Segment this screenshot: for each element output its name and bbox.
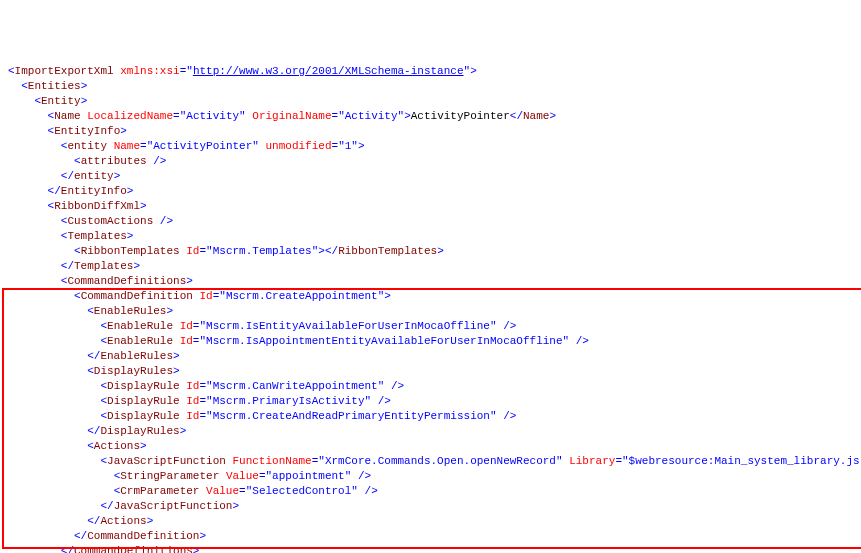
token: </ [48,185,61,197]
token: " [622,455,629,467]
code-line[interactable]: <DisplayRule Id="Mscrm.PrimaryIsActivity… [8,394,853,409]
code-line[interactable]: <Entities> [8,79,853,94]
token: " [556,455,569,467]
token: " [252,140,265,152]
code-line[interactable]: <Templates> [8,229,853,244]
code-line[interactable]: <CommandDefinition Id="Mscrm.CreateAppoi… [8,289,853,304]
token: Entity [41,95,81,107]
code-line[interactable]: <attributes /> [8,154,853,169]
token: Mscrm.IsEntityAvailableForUserInMocaOffl… [206,320,490,332]
code-line[interactable]: <entity Name="ActivityPointer" unmodifie… [8,139,853,154]
token: DisplayRule [107,380,180,392]
token: Activity [345,110,398,122]
token: Mscrm.CreateAppointment [226,290,378,302]
token: > [193,545,200,553]
code-line[interactable]: <EnableRule Id="Mscrm.IsEntityAvailableF… [8,319,853,334]
token: RibbonDiffXml [54,200,140,212]
code-line[interactable]: </entity> [8,169,853,184]
token: CommandDefinitions [67,275,186,287]
token: attributes [81,155,147,167]
token: " [206,395,213,407]
token: xmlns:xsi [120,65,179,77]
token: FunctionName [232,455,311,467]
token: </ [510,110,523,122]
token: " /> [490,410,516,422]
token: Id [186,245,199,257]
token: EnableRules [100,350,173,362]
token: CommandDefinition [81,290,193,302]
token: > [173,350,180,362]
token: Templates [74,260,133,272]
token: > [133,260,140,272]
token: </ [87,425,100,437]
code-line[interactable]: </Templates> [8,259,853,274]
code-line[interactable]: </DisplayRules> [8,424,853,439]
code-line[interactable]: </EnableRules> [8,349,853,364]
code-line[interactable]: </CommandDefinition> [8,529,853,544]
token: Mscrm.PrimaryIsActivity [213,395,365,407]
token: DisplayRule [107,410,180,422]
code-line[interactable]: </Actions> [8,514,853,529]
token: Id [199,290,212,302]
token: "></ [312,245,338,257]
token: > [437,245,444,257]
token: > [186,275,193,287]
token: http://www.w3.org/2001/XMLSchema-instanc… [193,65,464,77]
code-line[interactable]: <EnableRules> [8,304,853,319]
code-line[interactable]: <CommandDefinitions> [8,274,853,289]
token: " [338,110,345,122]
token: " /> [490,320,516,332]
token: " /> [563,335,589,347]
code-line[interactable]: <CrmParameter Value="SelectedControl" /> [8,484,853,499]
token: EnableRules [94,305,167,317]
code-line[interactable]: <RibbonDiffXml> [8,199,853,214]
token: > [232,500,239,512]
token: " [206,410,213,422]
code-line[interactable]: </EntityInfo> [8,184,853,199]
token: = [239,485,246,497]
token: CommandDefinitions [74,545,193,553]
token: < [8,65,15,77]
token: "> [464,65,477,77]
token: > [127,230,134,242]
token: < [87,365,94,377]
token: Value [226,470,259,482]
code-line[interactable]: <DisplayRule Id="Mscrm.CreateAndReadPrim… [8,409,853,424]
token: = [140,140,147,152]
token: " /> [351,485,377,497]
token: /> [147,155,167,167]
token: EntityInfo [54,125,120,137]
token: </ [87,350,100,362]
token: Id [186,380,199,392]
token [219,470,226,482]
code-line[interactable]: </CommandDefinitions> [8,544,853,553]
token: DisplayRules [94,365,173,377]
token: > [173,365,180,377]
code-line[interactable]: </JavaScriptFunction> [8,499,853,514]
token [107,140,114,152]
token: > [180,425,187,437]
token: " [318,455,325,467]
code-line[interactable]: <JavaScriptFunction FunctionName="XrmCor… [8,454,853,469]
code-line[interactable]: <Actions> [8,439,853,454]
token: CrmParameter [120,485,199,497]
code-line[interactable]: <EntityInfo> [8,124,853,139]
code-line[interactable]: <CustomActions /> [8,214,853,229]
token [173,320,180,332]
code-line[interactable]: <DisplayRules> [8,364,853,379]
code-line[interactable]: <EnableRule Id="Mscrm.IsAppointmentEntit… [8,334,853,349]
token: = [173,110,180,122]
code-line[interactable]: <StringParameter Value="appointment" /> [8,469,853,484]
code-line[interactable]: <RibbonTemplates Id="Mscrm.Templates"></… [8,244,853,259]
code-line[interactable]: <DisplayRule Id="Mscrm.CanWriteAppointme… [8,379,853,394]
token: Mscrm.CreateAndReadPrimaryEntityPermissi… [213,410,490,422]
token: </ [61,260,74,272]
xml-code-view[interactable]: <ImportExportXml xmlns:xsi="http://www.w… [8,64,853,553]
token: " [338,140,345,152]
code-line[interactable]: <Name LocalizedName="Activity" OriginalN… [8,109,853,124]
code-line[interactable]: <Entity> [8,94,853,109]
code-line[interactable]: <ImportExportXml xmlns:xsi="http://www.w… [8,64,853,79]
token: ActivityPointer [153,140,252,152]
token: OriginalName [252,110,331,122]
token: " /> [345,470,371,482]
